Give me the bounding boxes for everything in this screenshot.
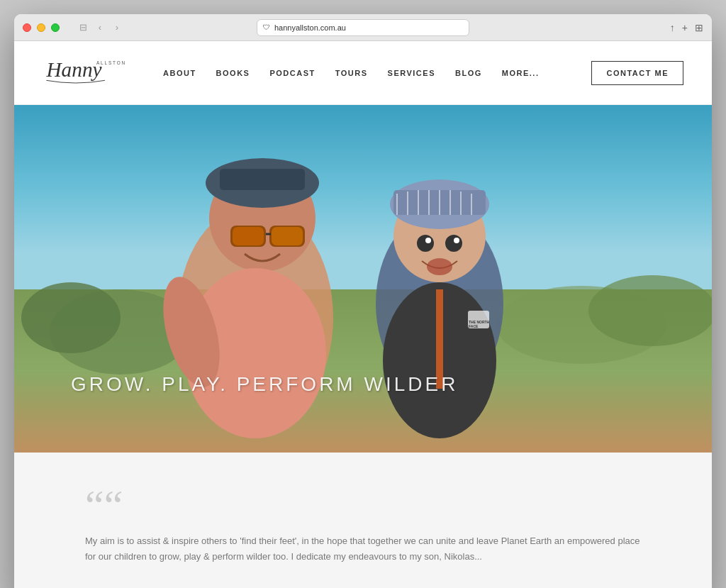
- maximize-button[interactable]: [51, 23, 60, 32]
- svg-point-5: [21, 282, 121, 353]
- nav-item-services[interactable]: SERVICES: [388, 69, 435, 77]
- site-logo: Hanny ALLSTON: [43, 52, 135, 91]
- address-bar[interactable]: 🛡 hannyallston.com.au: [257, 19, 469, 36]
- sidebar-toggle-icon[interactable]: ⊟: [77, 21, 89, 34]
- nav-item-tours[interactable]: TOURS: [335, 69, 368, 77]
- nav-item-about[interactable]: ABOUT: [163, 69, 196, 77]
- contact-button[interactable]: CONTACT ME: [591, 61, 683, 85]
- security-icon: 🛡: [263, 23, 270, 31]
- titlebar: ⊟ ‹ › 🛡 hannyallston.com.au ↑ + ⊞: [14, 14, 712, 41]
- main-nav: ABOUT BOOKS PODCAST TOURS SERVICES BLOG …: [163, 61, 683, 85]
- quote-text: My aim is to assist & inspire others to …: [85, 533, 652, 565]
- svg-point-7: [588, 275, 712, 346]
- hero-tagline: GROW. PLAY. PERFORM WILDER: [71, 373, 458, 396]
- nav-item-blog[interactable]: BLOG: [455, 69, 482, 77]
- address-bar-area: 🛡 hannyallston.com.au: [257, 19, 469, 36]
- minimize-button[interactable]: [37, 23, 45, 32]
- titlebar-actions: ↑ + ⊞: [670, 22, 703, 33]
- svg-point-35: [427, 258, 452, 275]
- svg-rect-16: [272, 227, 303, 245]
- svg-point-34: [454, 238, 459, 243]
- svg-text:ALLSTON: ALLSTON: [96, 60, 126, 65]
- svg-rect-15: [233, 227, 264, 245]
- grid-view-icon[interactable]: ⊞: [695, 22, 703, 33]
- url-text: hannyallston.com.au: [274, 23, 346, 32]
- site-header: Hanny ALLSTON ABOUT BOOKS PODCAST TOURS …: [14, 41, 712, 105]
- svg-text:FACE: FACE: [469, 324, 479, 328]
- share-icon[interactable]: ↑: [670, 22, 675, 33]
- browser-nav: ⊟ ‹ ›: [77, 21, 123, 34]
- forward-button[interactable]: ›: [111, 21, 123, 34]
- logo-area[interactable]: Hanny ALLSTON: [43, 52, 135, 94]
- back-button[interactable]: ‹: [94, 21, 106, 34]
- svg-point-33: [425, 238, 431, 243]
- svg-rect-11: [220, 169, 305, 190]
- hero-image-svg: THE NORTH FACE: [14, 105, 712, 453]
- svg-point-31: [417, 235, 434, 252]
- nav-item-more[interactable]: MORE...: [502, 69, 540, 77]
- new-tab-icon[interactable]: +: [682, 22, 688, 33]
- quote-marks: ““: [85, 488, 655, 522]
- browser-window: ⊟ ‹ › 🛡 hannyallston.com.au ↑ + ⊞ Hanny: [14, 14, 712, 588]
- hero-section: THE NORTH FACE GROW. PLAY. PERFORM WILDE…: [14, 105, 712, 453]
- svg-text:Hanny: Hanny: [45, 58, 102, 81]
- quote-section: ““ My aim is to assist & inspire others …: [14, 453, 712, 588]
- close-button[interactable]: [23, 23, 31, 32]
- nav-item-books[interactable]: BOOKS: [216, 69, 250, 77]
- nav-item-podcast[interactable]: PODCAST: [269, 69, 315, 77]
- svg-point-32: [445, 235, 462, 252]
- website-content: Hanny ALLSTON ABOUT BOOKS PODCAST TOURS …: [14, 41, 712, 588]
